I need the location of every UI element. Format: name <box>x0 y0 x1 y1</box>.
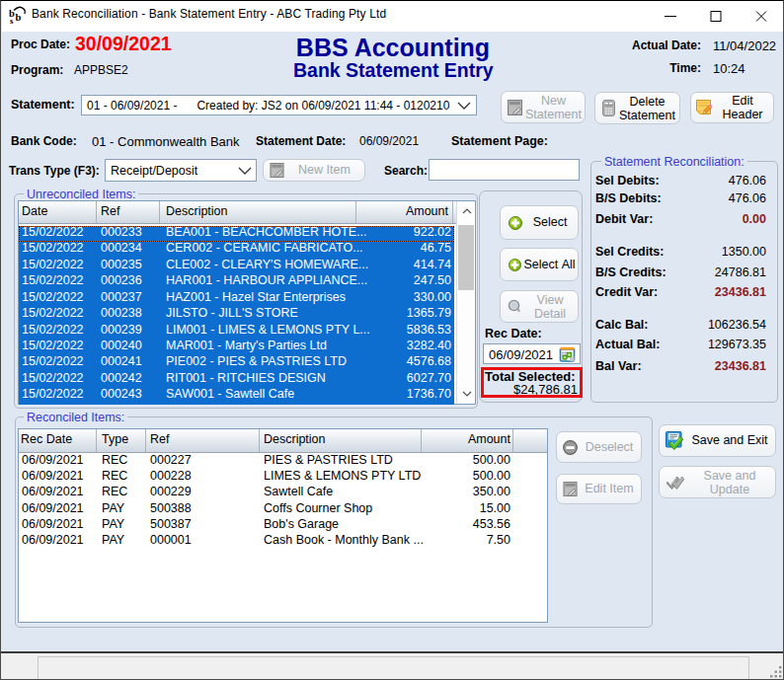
svg-text:b: b <box>16 12 22 23</box>
svg-text:s: s <box>10 16 14 26</box>
